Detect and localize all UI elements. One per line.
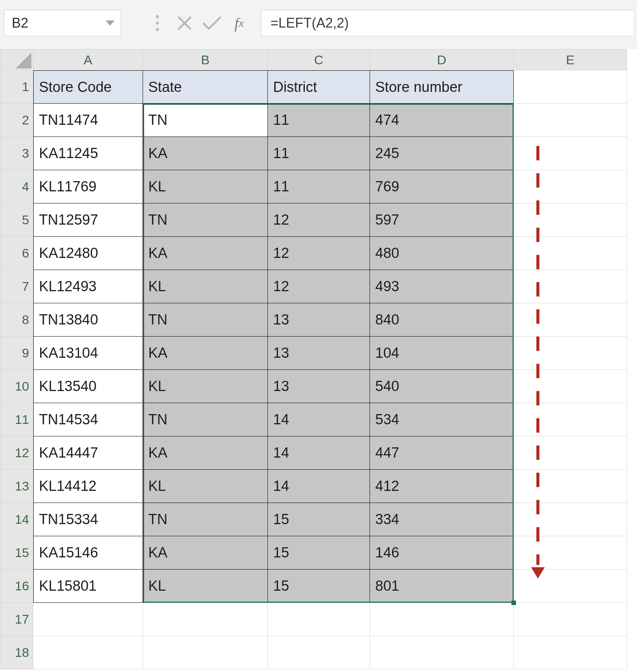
cell-D13[interactable]: 412	[370, 470, 514, 503]
cell-E16[interactable]	[514, 570, 627, 603]
fx-icon[interactable]: fx	[225, 10, 253, 36]
cell-C18[interactable]	[268, 636, 370, 669]
cell-E1[interactable]	[514, 70, 627, 104]
cell-D6[interactable]: 480	[370, 237, 514, 270]
cell-E5[interactable]	[514, 203, 627, 237]
cell-B7[interactable]: KL	[143, 270, 268, 303]
cell-D17[interactable]	[370, 603, 514, 636]
row-header[interactable]: 13	[0, 470, 33, 503]
cell-B12[interactable]: KA	[143, 436, 268, 470]
row-header[interactable]: 16	[0, 570, 33, 603]
row-header[interactable]: 7	[0, 270, 33, 303]
cell-C12[interactable]: 14	[268, 436, 370, 470]
column-header-A[interactable]: A	[33, 49, 143, 70]
cell-A17[interactable]	[33, 603, 143, 636]
cell-D2[interactable]: 474	[370, 104, 514, 137]
cell-E2[interactable]	[514, 104, 627, 137]
cell-D8[interactable]: 840	[370, 303, 514, 337]
cell-A18[interactable]	[33, 636, 143, 669]
worksheet-grid[interactable]: Store Code State District Store number T…	[33, 70, 627, 669]
row-header[interactable]: 17	[0, 603, 33, 636]
cell-D15[interactable]: 146	[370, 536, 514, 570]
cell-D5[interactable]: 597	[370, 203, 514, 237]
row-header[interactable]: 14	[0, 503, 33, 536]
cell-A6[interactable]: KA12480	[33, 237, 143, 270]
cell-C10[interactable]: 13	[268, 370, 370, 403]
column-header-E[interactable]: E	[514, 49, 627, 70]
cell-D4[interactable]: 769	[370, 170, 514, 203]
cell-E17[interactable]	[514, 603, 627, 636]
cell-C13[interactable]: 14	[268, 470, 370, 503]
cell-B18[interactable]	[143, 636, 268, 669]
cell-C7[interactable]: 12	[268, 270, 370, 303]
cell-D3[interactable]: 245	[370, 137, 514, 170]
cell-C11[interactable]: 14	[268, 403, 370, 436]
cell-A16[interactable]: KL15801	[33, 570, 143, 603]
cell-E10[interactable]	[514, 370, 627, 403]
cell-B13[interactable]: KL	[143, 470, 268, 503]
cell-B17[interactable]	[143, 603, 268, 636]
cell-E6[interactable]	[514, 237, 627, 270]
cell-E3[interactable]	[514, 137, 627, 170]
cell-E14[interactable]	[514, 503, 627, 536]
cell-E7[interactable]	[514, 270, 627, 303]
cell-D1[interactable]: Store number	[370, 70, 514, 104]
cell-B15[interactable]: KA	[143, 536, 268, 570]
row-header[interactable]: 10	[0, 370, 33, 403]
cell-C15[interactable]: 15	[268, 536, 370, 570]
row-header[interactable]: 2	[0, 104, 33, 137]
cell-B6[interactable]: KA	[143, 237, 268, 270]
row-header[interactable]: 6	[0, 237, 33, 270]
cell-D9[interactable]: 104	[370, 337, 514, 370]
row-header[interactable]: 15	[0, 536, 33, 570]
cell-C14[interactable]: 15	[268, 503, 370, 536]
cell-B4[interactable]: KL	[143, 170, 268, 203]
cell-C16[interactable]: 15	[268, 570, 370, 603]
cell-B1[interactable]: State	[143, 70, 268, 104]
row-header[interactable]: 5	[0, 203, 33, 237]
cell-C2[interactable]: 11	[268, 104, 370, 137]
cell-E15[interactable]	[514, 536, 627, 570]
cell-C17[interactable]	[268, 603, 370, 636]
cell-A11[interactable]: TN14534	[33, 403, 143, 436]
select-all-cells-button[interactable]	[0, 49, 33, 70]
cell-E8[interactable]	[514, 303, 627, 337]
cell-B3[interactable]: KA	[143, 137, 268, 170]
enter-formula-button[interactable]	[198, 10, 225, 36]
cell-A4[interactable]: KL11769	[33, 170, 143, 203]
row-header[interactable]: 8	[0, 303, 33, 337]
cell-A9[interactable]: KA13104	[33, 337, 143, 370]
cell-C6[interactable]: 12	[268, 237, 370, 270]
cell-B11[interactable]: TN	[143, 403, 268, 436]
cell-B14[interactable]: TN	[143, 503, 268, 536]
cell-D7[interactable]: 493	[370, 270, 514, 303]
cell-E12[interactable]	[514, 436, 627, 470]
cell-A3[interactable]: KA11245	[33, 137, 143, 170]
cell-B16[interactable]: KL	[143, 570, 268, 603]
cell-A1[interactable]: Store Code	[33, 70, 143, 104]
row-header[interactable]: 1	[0, 70, 33, 104]
cell-D16[interactable]: 801	[370, 570, 514, 603]
cell-A13[interactable]: KL14412	[33, 470, 143, 503]
cell-E18[interactable]	[514, 636, 627, 669]
formula-input[interactable]: =LEFT(A2,2)	[261, 10, 633, 36]
cell-E13[interactable]	[514, 470, 627, 503]
cell-D12[interactable]: 447	[370, 436, 514, 470]
cell-D10[interactable]: 540	[370, 370, 514, 403]
row-header[interactable]: 12	[0, 436, 33, 470]
cell-A2[interactable]: TN11474	[33, 104, 143, 137]
cell-B5[interactable]: TN	[143, 203, 268, 237]
cell-B9[interactable]: KA	[143, 337, 268, 370]
cell-B8[interactable]: TN	[143, 303, 268, 337]
row-header[interactable]: 18	[0, 636, 33, 669]
cell-A7[interactable]: KL12493	[33, 270, 143, 303]
cell-A8[interactable]: TN13840	[33, 303, 143, 337]
cell-A12[interactable]: KA14447	[33, 436, 143, 470]
cell-C4[interactable]: 11	[268, 170, 370, 203]
row-header[interactable]: 4	[0, 170, 33, 203]
cell-D14[interactable]: 334	[370, 503, 514, 536]
cell-E11[interactable]	[514, 403, 627, 436]
row-header[interactable]: 9	[0, 337, 33, 370]
cell-D11[interactable]: 534	[370, 403, 514, 436]
cancel-formula-button[interactable]	[171, 10, 198, 36]
